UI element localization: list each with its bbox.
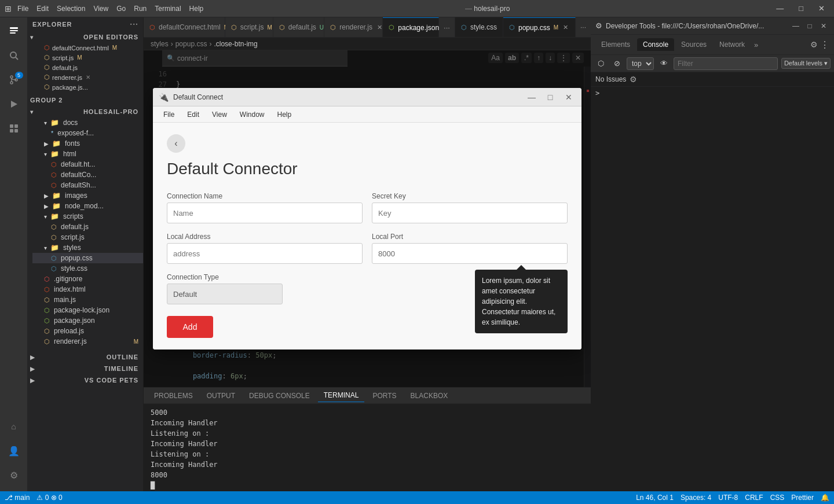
status-encoding[interactable]: UTF-8 (718, 494, 738, 502)
dialog-menu-window[interactable]: Window (234, 109, 270, 120)
status-notifications-icon[interactable]: 🔔 (821, 494, 829, 502)
timeline-header[interactable]: ▶ TIMELINE (28, 363, 143, 374)
status-eol[interactable]: CRLF (745, 494, 763, 502)
explorer-more-btn[interactable]: ··· (130, 20, 138, 29)
tab-blackbox[interactable]: BLACKBOX (405, 389, 454, 402)
file-main-js[interactable]: ⬡main.js (32, 295, 143, 305)
file-renderer-js[interactable]: ⬡renderer.js M (32, 336, 143, 347)
file-script-js[interactable]: ⬡script.js (32, 232, 143, 242)
tab-scriptjs[interactable]: ⬡ script.js M (225, 17, 273, 37)
open-editors-header[interactable]: ▾ OPEN EDITORS (28, 31, 143, 43)
tab-defaultjs[interactable]: ⬡ default.js U (273, 17, 324, 37)
breadcrumb-part-styles[interactable]: styles (151, 40, 169, 48)
file-package-lock[interactable]: ⬡package-lock.json (32, 305, 143, 315)
add-button[interactable]: Add (167, 316, 213, 338)
dialog-menu-help[interactable]: Help (272, 109, 298, 120)
status-spaces[interactable]: Spaces: 4 (681, 494, 711, 502)
breadcrumb-part-popupcss[interactable]: popup.css (175, 40, 207, 48)
activity-search[interactable] (2, 44, 25, 67)
file-gitignore[interactable]: ⬡.gitignore (32, 274, 143, 284)
devtools-console-content[interactable]: > (591, 87, 834, 491)
folder-scripts[interactable]: ▾📁scripts (32, 211, 143, 222)
activity-settings[interactable]: ⚙ (2, 463, 25, 487)
devtools-tab-sources[interactable]: Sources (675, 38, 712, 51)
file-style-css[interactable]: ⬡style.css (32, 263, 143, 274)
menu-help[interactable]: Help (189, 5, 204, 13)
maximize-icon[interactable]: □ (794, 4, 808, 13)
connection-name-input[interactable] (167, 203, 363, 223)
devtools-close-btn[interactable]: ✕ (818, 20, 829, 32)
dialog-menu-view[interactable]: View (206, 109, 233, 120)
terminal-content[interactable]: 5000 Incoming Handler Listening on : Inc… (144, 404, 591, 491)
folder-html[interactable]: ▾📁html (32, 149, 143, 159)
tab-packagejson[interactable]: ⬡ package.json (383, 17, 439, 37)
dialog-menu-edit[interactable]: Edit (181, 109, 205, 120)
connection-type-select[interactable]: Default (167, 284, 283, 304)
file-exposed[interactable]: *exposed-f... (32, 128, 143, 138)
devtools-tab-network[interactable]: Network (714, 38, 751, 51)
folder-fonts[interactable]: ▶📁fonts (32, 138, 143, 149)
file-index-html[interactable]: ⬡index.html (32, 284, 143, 295)
local-address-input[interactable] (167, 243, 363, 264)
devtools-eye-btn[interactable]: 👁 (657, 57, 670, 70)
tab-rendererjs[interactable]: ⬡ renderer.js ✕ (324, 17, 383, 37)
group2-header[interactable]: GROUP 2 (28, 94, 143, 106)
activity-remote[interactable]: ⌂ (2, 415, 25, 438)
open-editor-defaultconnect[interactable]: ⬡ defaultConnect.html M (32, 43, 143, 53)
vs-code-pets-header[interactable]: ▶ VS CODE PETS (28, 374, 143, 386)
outline-header[interactable]: ▶ OUTLINE (28, 351, 143, 363)
tab-problems[interactable]: PROBLEMS (148, 389, 199, 402)
dialog-maximize-btn[interactable]: □ (543, 90, 557, 104)
tab-terminal[interactable]: TERMINAL (318, 389, 365, 402)
devtools-tabs-more[interactable]: » (752, 38, 760, 51)
menu-edit[interactable]: Edit (36, 5, 49, 13)
explorer-header[interactable]: EXPLORER ··· (28, 17, 143, 31)
local-port-input[interactable] (372, 243, 568, 264)
secret-key-input[interactable] (372, 203, 568, 223)
minimize-icon[interactable]: — (771, 4, 788, 13)
folder-styles[interactable]: ▾📁styles (32, 242, 143, 253)
status-cursor-pos[interactable]: Ln 46, Col 1 (636, 494, 674, 502)
activity-source-control[interactable]: 5 (2, 68, 25, 91)
tab-close-renderer[interactable]: ✕ (376, 23, 383, 32)
open-editor-rendererjs[interactable]: ⬡ renderer.js ✕ (32, 72, 143, 82)
file-popup-css[interactable]: ⬡popup.css (32, 253, 143, 263)
project-header[interactable]: ▾ HOLESAIL-PRO (28, 106, 143, 117)
folder-docs[interactable]: ▾📁docs (32, 117, 143, 128)
breadcrumb-part-selector[interactable]: .close-btn-img (214, 40, 257, 48)
file-package-json[interactable]: ⬡package.json (32, 315, 143, 326)
devtools-levels-select[interactable]: Default levels ▾ (781, 58, 831, 69)
devtools-context-select[interactable]: top (627, 57, 654, 70)
open-editor-packagejson[interactable]: ⬡ package.js... (32, 82, 143, 92)
folder-images[interactable]: ▶📁images (32, 190, 143, 201)
devtools-circle-btn[interactable]: ⊘ (610, 57, 623, 70)
tab-ports[interactable]: PORTS (367, 389, 402, 402)
status-formatter[interactable]: Prettier (791, 494, 814, 502)
activity-explorer[interactable] (2, 20, 25, 43)
status-branch[interactable]: ⎇ main (5, 494, 30, 502)
file-defaultco[interactable]: ⬡defaultCo... (32, 170, 143, 180)
issues-settings-icon[interactable]: ⚙ (630, 75, 637, 84)
folder-node-modules[interactable]: ▶📁node_mod... (32, 201, 143, 211)
devtools-filter-input[interactable] (674, 57, 778, 70)
status-errors[interactable]: ⚠ 0 ⊗ 0 (36, 494, 62, 502)
menu-go[interactable]: Go (116, 5, 126, 13)
dialog-menu-file[interactable]: File (158, 109, 180, 120)
devtools-inspect-btn[interactable]: ⬡ (594, 57, 607, 70)
tab-more[interactable]: ··· (439, 17, 455, 37)
dialog-close-btn[interactable]: ✕ (562, 90, 576, 104)
open-editor-defaultjs[interactable]: ⬡ default.js (32, 62, 143, 72)
tab-output[interactable]: OUTPUT (201, 389, 241, 402)
devtools-tab-console[interactable]: Console (637, 38, 674, 51)
activity-run-debug[interactable] (2, 93, 25, 116)
file-preload[interactable]: ⬡preload.js (32, 326, 143, 336)
devtools-tab-elements[interactable]: Elements (595, 38, 636, 51)
dialog-back-button[interactable]: ‹ (167, 134, 185, 153)
file-defaultsh[interactable]: ⬡defaultSh... (32, 180, 143, 190)
tab-defaultconnect[interactable]: ⬡ defaultConnect.html M (144, 17, 225, 37)
dialog-minimize-btn[interactable]: — (525, 90, 539, 104)
tab-more-right[interactable]: ··· (576, 17, 591, 37)
menu-terminal[interactable]: Terminal (155, 5, 181, 13)
devtools-options-icon[interactable]: ⋮ (820, 39, 829, 50)
menu-view[interactable]: View (93, 5, 108, 13)
